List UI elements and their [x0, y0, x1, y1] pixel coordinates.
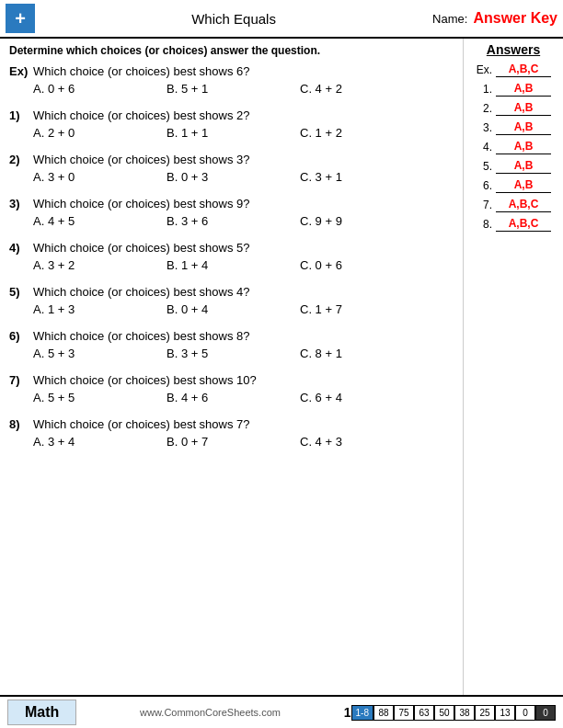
question-text-7: Which choice (or choices) best shows 10? [33, 373, 257, 387]
choice-1-0: A. 2 + 0 [33, 126, 167, 140]
answer-row-7: 7.A,B,C [476, 198, 551, 212]
answer-row-6: 6.A,B [476, 178, 551, 193]
answer-num-7: 7. [476, 199, 496, 211]
choice-7-0: A. 5 + 5 [33, 391, 167, 404]
answer-row-3: 3.A,B [476, 120, 551, 135]
score-cell-7: 0 [515, 705, 535, 721]
question-block-2: 2)Which choice (or choices) best shows 3… [9, 153, 454, 184]
example-choices: A. 0 + 6 B. 5 + 1 C. 4 + 2 [33, 82, 454, 96]
choice-3-1: B. 3 + 6 [167, 214, 300, 228]
question-row-2: 2)Which choice (or choices) best shows 3… [9, 153, 454, 166]
question-row-1: 1)Which choice (or choices) best shows 2… [9, 108, 454, 122]
example-block: Ex) Which choice (or choices) best shows… [9, 64, 454, 96]
choice-2-1: B. 0 + 3 [167, 170, 300, 184]
choice-2-2: C. 3 + 1 [300, 170, 433, 184]
answers-header: Answers [487, 42, 540, 57]
choice-6-0: A. 5 + 3 [33, 347, 167, 360]
example-num: Ex) [9, 64, 33, 78]
choice-5-2: C. 1 + 7 [300, 302, 433, 316]
choice-3-2: C. 9 + 9 [300, 214, 433, 228]
choice-1-1: B. 1 + 1 [167, 126, 300, 140]
score-cell-2: 63 [414, 705, 434, 721]
logo-icon: + [6, 4, 35, 33]
answer-num-2: 2. [476, 102, 496, 115]
choice-4-0: A. 3 + 2 [33, 258, 167, 272]
answer-num-5: 5. [476, 160, 496, 173]
question-num-2: 2) [9, 153, 33, 166]
question-block-5: 5)Which choice (or choices) best shows 4… [9, 285, 454, 316]
example-choice-b: B. 5 + 1 [167, 82, 300, 96]
name-label: Name: [432, 12, 467, 26]
choice-4-1: B. 1 + 4 [167, 258, 300, 272]
questions-area: Determine which choices (or choices) ans… [0, 39, 464, 695]
answer-num-0: Ex. [476, 63, 496, 76]
footer-page: 1 [344, 705, 351, 720]
choices-row-5: A. 1 + 3B. 0 + 4C. 1 + 7 [33, 302, 454, 316]
answer-sidebar: Answers Ex.A,B,C1.A,B2.A,B3.A,B4.A,B5.A,… [464, 39, 563, 695]
answer-value-2: A,B [496, 101, 551, 116]
score-cell-0: 88 [373, 705, 394, 721]
choices-row-4: A. 3 + 2B. 1 + 4C. 0 + 6 [33, 258, 454, 272]
choice-7-2: C. 6 + 4 [300, 391, 433, 404]
question-block-6: 6)Which choice (or choices) best shows 8… [9, 329, 454, 360]
question-text-5: Which choice (or choices) best shows 4? [33, 285, 250, 299]
example-choice-c: C. 4 + 2 [300, 82, 433, 96]
choice-5-1: B. 0 + 4 [167, 302, 300, 316]
answer-value-1: A,B [496, 82, 551, 97]
question-text-8: Which choice (or choices) best shows 7? [33, 417, 250, 431]
choice-5-0: A. 1 + 3 [33, 302, 167, 316]
question-num-7: 7) [9, 373, 33, 387]
answer-num-6: 6. [476, 179, 496, 192]
instruction: Determine which choices (or choices) ans… [9, 44, 454, 57]
question-num-6: 6) [9, 329, 33, 343]
answers-container: Ex.A,B,C1.A,B2.A,B3.A,B4.A,B5.A,B6.A,B7.… [476, 63, 551, 236]
example-question: Which choice (or choices) best shows 6? [33, 64, 250, 78]
answer-key-label: Answer Key [473, 10, 557, 27]
choices-row-2: A. 3 + 0B. 0 + 3C. 3 + 1 [33, 170, 454, 184]
question-block-1: 1)Which choice (or choices) best shows 2… [9, 108, 454, 140]
answer-row-5: 5.A,B [476, 159, 551, 174]
answer-num-3: 3. [476, 121, 496, 134]
answer-value-6: A,B [496, 178, 551, 193]
score-cell-4: 38 [454, 705, 475, 721]
score-cell-3: 50 [434, 705, 454, 721]
question-num-3: 3) [9, 197, 33, 210]
header: + Which Equals Name: Answer Key [0, 0, 563, 39]
footer-url: www.CommonCoreSheets.com [76, 707, 343, 718]
question-row-5: 5)Which choice (or choices) best shows 4… [9, 285, 454, 299]
answer-value-0: A,B,C [496, 63, 551, 77]
choices-row-3: A. 4 + 5B. 3 + 6C. 9 + 9 [33, 214, 454, 228]
question-block-8: 8)Which choice (or choices) best shows 7… [9, 417, 454, 449]
choice-7-1: B. 4 + 6 [167, 391, 300, 404]
choice-8-0: A. 3 + 4 [33, 435, 167, 449]
score-cell-5: 25 [475, 705, 495, 721]
score-cell-6: 13 [495, 705, 515, 721]
question-row-6: 6)Which choice (or choices) best shows 8… [9, 329, 454, 343]
score-cells: 887563503825130 [373, 705, 535, 721]
choices-row-1: A. 2 + 0B. 1 + 1C. 1 + 2 [33, 126, 454, 140]
choice-6-1: B. 3 + 5 [167, 347, 300, 360]
answer-row-2: 2.A,B [476, 101, 551, 116]
answer-num-8: 8. [476, 218, 496, 231]
question-text-3: Which choice (or choices) best shows 9? [33, 197, 250, 210]
footer-math-label: Math [7, 700, 76, 725]
choices-row-7: A. 5 + 5B. 4 + 6C. 6 + 4 [33, 391, 454, 404]
question-block-4: 4)Which choice (or choices) best shows 5… [9, 241, 454, 272]
footer-scores: 1-8 887563503825130 0 [351, 705, 556, 721]
answer-num-1: 1. [476, 83, 496, 96]
choices-row-8: A. 3 + 4B. 0 + 7C. 4 + 3 [33, 435, 454, 449]
answer-row-0: Ex.A,B,C [476, 63, 551, 77]
question-text-1: Which choice (or choices) best shows 2? [33, 108, 250, 122]
choice-1-2: C. 1 + 2 [300, 126, 433, 140]
question-num-1: 1) [9, 108, 33, 122]
choice-4-2: C. 0 + 6 [300, 258, 433, 272]
question-num-8: 8) [9, 417, 33, 431]
answer-row-4: 4.A,B [476, 140, 551, 154]
question-text-6: Which choice (or choices) best shows 8? [33, 329, 250, 343]
answer-num-4: 4. [476, 141, 496, 154]
question-row-4: 4)Which choice (or choices) best shows 5… [9, 241, 454, 255]
choice-6-2: C. 8 + 1 [300, 347, 433, 360]
question-num-4: 4) [9, 241, 33, 255]
score-zero: 0 [535, 705, 556, 721]
choice-8-2: C. 4 + 3 [300, 435, 433, 449]
